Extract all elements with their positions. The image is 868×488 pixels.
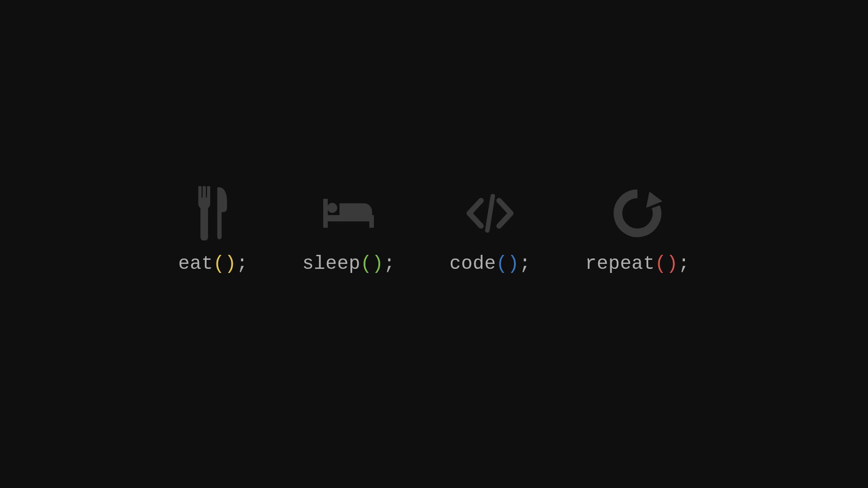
parens: () [360, 253, 383, 275]
item-sleep: sleep(); [302, 186, 396, 275]
fork-knife-icon [186, 186, 240, 240]
fn-name: code [449, 253, 496, 275]
parens: () [655, 253, 678, 275]
semicolon: ; [384, 253, 396, 275]
semicolon: ; [678, 253, 690, 275]
code-brackets-icon [463, 186, 517, 240]
semicolon: ; [236, 253, 248, 275]
svg-rect-1 [323, 215, 374, 221]
label-sleep: sleep(); [302, 253, 396, 275]
fn-name: eat [178, 253, 213, 275]
svg-point-0 [327, 203, 337, 213]
item-repeat: repeat(); [585, 186, 689, 275]
label-eat: eat(); [178, 253, 248, 275]
fn-name: repeat [585, 253, 655, 275]
semicolon: ; [519, 253, 531, 275]
wallpaper-row: eat(); sleep(); code(); [178, 186, 689, 275]
label-code: code(); [449, 253, 531, 275]
label-repeat: repeat(); [585, 253, 689, 275]
bed-icon [321, 186, 376, 240]
refresh-icon [610, 186, 665, 240]
svg-rect-3 [369, 215, 374, 228]
parens: () [496, 253, 519, 275]
svg-rect-2 [323, 199, 328, 228]
item-eat: eat(); [178, 186, 248, 275]
item-code: code(); [449, 186, 531, 275]
parens: () [213, 253, 236, 275]
fn-name: sleep [302, 253, 361, 275]
